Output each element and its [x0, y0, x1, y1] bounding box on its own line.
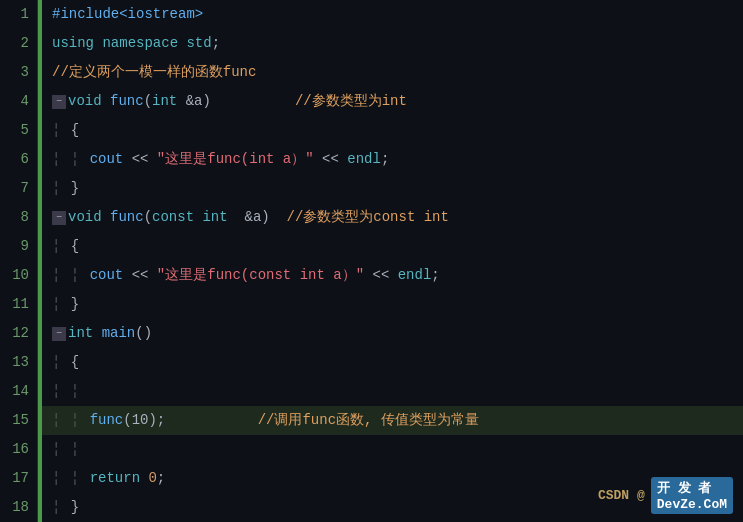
line-number: 5	[8, 116, 29, 145]
code-line: ¦ }	[42, 174, 743, 203]
code-line: ¦ ¦ func(10); //调用func函数, 传值类型为常量	[42, 406, 743, 435]
indent-guide: ¦	[52, 232, 69, 261]
watermark-csdn: CSDN @	[598, 488, 645, 503]
line-number: 14	[8, 377, 29, 406]
code-area: 123456789101112131415161718 #include<ios…	[0, 0, 743, 522]
token-kw: namespace	[102, 29, 178, 58]
token-plain: ;	[431, 261, 439, 290]
token-kw: endl	[398, 261, 432, 290]
token-comment: //参数类型为int	[295, 87, 407, 116]
fold-icon[interactable]: −	[52, 327, 66, 341]
line-number: 12	[8, 319, 29, 348]
token-plain: }	[71, 493, 79, 522]
code-line: ¦ {	[42, 348, 743, 377]
token-plain: (	[144, 87, 152, 116]
token-plain: &a)	[228, 203, 287, 232]
code-line: ¦ {	[42, 116, 743, 145]
indent-guide: ¦	[71, 377, 88, 406]
token-func: func	[90, 406, 124, 435]
token-plain: ;	[381, 145, 389, 174]
indent-guide: ¦	[71, 435, 88, 464]
token-plain: ;	[157, 464, 165, 493]
token-comment: //调用func函数, 传值类型为常量	[258, 406, 479, 435]
token-comment: //参数类型为const int	[286, 203, 448, 232]
token-plain: &a)	[177, 87, 295, 116]
line-number: 3	[8, 58, 29, 87]
token-plain	[178, 29, 186, 58]
token-plain: {	[71, 116, 79, 145]
token-func: main	[102, 319, 136, 348]
code-line: ¦ }	[42, 290, 743, 319]
code-content: #include<iostream>using namespace std;//…	[42, 0, 743, 522]
token-func: func	[110, 203, 144, 232]
token-func: func	[110, 87, 144, 116]
token-plain	[140, 464, 148, 493]
token-string: "这里是func(int a）"	[157, 145, 314, 174]
indent-guide: ¦	[71, 406, 88, 435]
token-kw: using	[52, 29, 94, 58]
code-line: ¦ ¦	[42, 377, 743, 406]
line-number: 2	[8, 29, 29, 58]
token-plain: {	[71, 348, 79, 377]
token-kw: int	[68, 319, 93, 348]
code-line: −void func(int &a) //参数类型为int	[42, 87, 743, 116]
token-kw: void	[68, 203, 102, 232]
code-line: ¦ {	[42, 232, 743, 261]
token-plain: <<	[364, 261, 398, 290]
indent-guide: ¦	[52, 290, 69, 319]
token-plain	[194, 203, 202, 232]
indent-guide: ¦	[52, 493, 69, 522]
indent-guide: ¦	[52, 348, 69, 377]
token-plain: <<	[314, 145, 348, 174]
token-plain	[94, 29, 102, 58]
indent-guide: ¦	[52, 464, 69, 493]
code-line: //定义两个一模一样的函数func	[42, 58, 743, 87]
indent-guide: ¦	[71, 145, 88, 174]
token-string: "这里是func(const int a）"	[157, 261, 364, 290]
fold-icon[interactable]: −	[52, 211, 66, 225]
indent-guide: ¦	[52, 174, 69, 203]
token-kw2: const	[152, 203, 194, 232]
token-plain: {	[71, 232, 79, 261]
code-line: ¦ ¦	[42, 435, 743, 464]
token-kw: int	[152, 87, 177, 116]
token-plain: (	[144, 203, 152, 232]
token-kw: void	[68, 87, 102, 116]
line-number: 7	[8, 174, 29, 203]
token-ns: std	[186, 29, 211, 58]
token-plain	[93, 319, 101, 348]
token-kw: endl	[347, 145, 381, 174]
indent-guide: ¦	[52, 116, 69, 145]
line-number: 18	[8, 493, 29, 522]
indent-guide: ¦	[71, 464, 88, 493]
fold-icon[interactable]: −	[52, 95, 66, 109]
line-number: 4	[8, 87, 29, 116]
token-plain: }	[71, 174, 79, 203]
token-kw: int	[202, 203, 227, 232]
line-number: 9	[8, 232, 29, 261]
line-number: 11	[8, 290, 29, 319]
token-num: 0	[148, 464, 156, 493]
code-line: ¦ ¦ cout << "这里是func(int a）" << endl;	[42, 145, 743, 174]
code-line: using namespace std;	[42, 29, 743, 58]
token-plain: ()	[135, 319, 152, 348]
line-number: 16	[8, 435, 29, 464]
token-plain	[102, 87, 110, 116]
indent-guide: ¦	[52, 435, 69, 464]
line-number: 17	[8, 464, 29, 493]
code-line: ¦ ¦ cout << "这里是func(const int a）" << en…	[42, 261, 743, 290]
indent-guide: ¦	[71, 261, 88, 290]
line-number: 6	[8, 145, 29, 174]
token-plain: ;	[212, 29, 220, 58]
token-plain: <<	[123, 145, 157, 174]
indent-guide: ¦	[52, 377, 69, 406]
token-plain: <<	[123, 261, 157, 290]
indent-guide: ¦	[52, 261, 69, 290]
token-plain	[102, 203, 110, 232]
line-number: 1	[8, 0, 29, 29]
watermark: CSDN @ 开 发 者DevZe.CoM	[598, 477, 733, 514]
code-line: −void func(const int &a) //参数类型为const in…	[42, 203, 743, 232]
token-func: cout	[90, 261, 124, 290]
code-editor: 123456789101112131415161718 #include<ios…	[0, 0, 743, 522]
line-numbers: 123456789101112131415161718	[0, 0, 38, 522]
